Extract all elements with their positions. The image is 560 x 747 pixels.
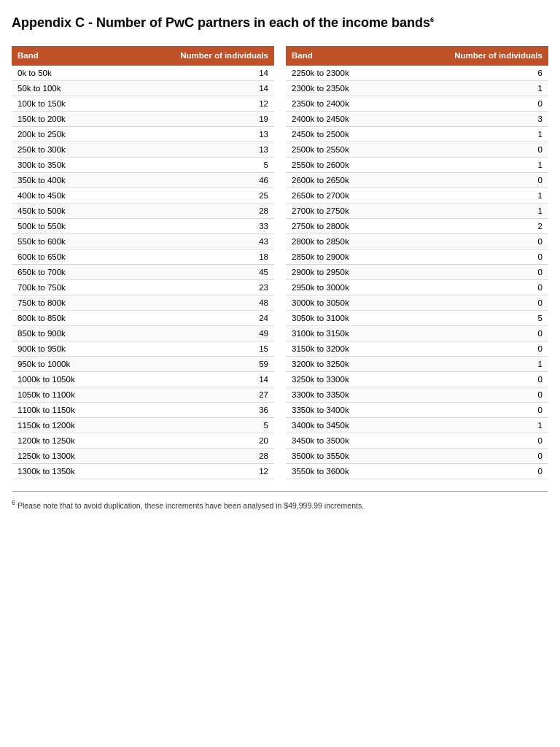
band-cell: 3350k to 3400k xyxy=(286,403,393,418)
table-row: 650k to 700k45 xyxy=(12,265,274,280)
footnote-section: 6 Please note that to avoid duplication,… xyxy=(12,491,548,510)
band-cell: 3050k to 3100k xyxy=(286,311,393,326)
band-cell: 2300k to 2350k xyxy=(286,81,393,96)
right-table-section: Band Number of individuals 2250k to 2300… xyxy=(286,46,548,479)
individuals-cell: 6 xyxy=(393,66,548,81)
band-cell: 3150k to 3200k xyxy=(286,341,393,357)
individuals-cell: 1 xyxy=(393,158,548,173)
band-cell: 2400k to 2450k xyxy=(286,112,393,127)
individuals-cell: 28 xyxy=(119,449,274,464)
right-col-band-header: Band xyxy=(286,46,393,66)
table-row: 2500k to 2550k0 xyxy=(286,142,548,158)
individuals-cell: 14 xyxy=(119,372,274,387)
individuals-cell: 1 xyxy=(393,81,548,96)
band-cell: 2800k to 2850k xyxy=(286,234,393,249)
band-cell: 1200k to 1250k xyxy=(12,433,119,449)
individuals-cell: 45 xyxy=(119,265,274,280)
band-cell: 900k to 950k xyxy=(12,341,119,357)
band-cell: 1000k to 1050k xyxy=(12,372,119,387)
individuals-cell: 0 xyxy=(393,326,548,341)
band-cell: 3300k to 3350k xyxy=(286,387,393,403)
left-table-section: Band Number of individuals 0k to 50k1450… xyxy=(12,46,274,479)
table-row: 3550k to 3600k0 xyxy=(286,464,548,479)
table-row: 450k to 500k28 xyxy=(12,204,274,219)
individuals-cell: 1 xyxy=(393,188,548,204)
band-cell: 200k to 250k xyxy=(12,127,119,142)
individuals-cell: 13 xyxy=(119,127,274,142)
band-cell: 700k to 750k xyxy=(12,280,119,295)
band-cell: 2250k to 2300k xyxy=(286,66,393,81)
table-row: 3350k to 3400k0 xyxy=(286,403,548,418)
table-row: 3500k to 3550k0 xyxy=(286,449,548,464)
table-row: 1000k to 1050k14 xyxy=(12,372,274,387)
individuals-cell: 1 xyxy=(393,204,548,219)
band-cell: 3500k to 3550k xyxy=(286,449,393,464)
table-row: 50k to 100k14 xyxy=(12,81,274,96)
table-row: 3450k to 3500k0 xyxy=(286,433,548,449)
band-cell: 800k to 850k xyxy=(12,311,119,326)
right-table: Band Number of individuals 2250k to 2300… xyxy=(286,46,548,479)
table-row: 800k to 850k24 xyxy=(12,311,274,326)
table-row: 200k to 250k13 xyxy=(12,127,274,142)
page-title: Appendix C - Number of PwC partners in e… xyxy=(12,15,548,31)
band-cell: 750k to 800k xyxy=(12,295,119,311)
individuals-cell: 46 xyxy=(119,173,274,188)
individuals-cell: 33 xyxy=(119,219,274,234)
individuals-cell: 3 xyxy=(393,112,548,127)
individuals-cell: 49 xyxy=(119,326,274,341)
table-row: 2900k to 2950k0 xyxy=(286,265,548,280)
band-cell: 2650k to 2700k xyxy=(286,188,393,204)
table-row: 2250k to 2300k6 xyxy=(286,66,548,81)
band-cell: 600k to 650k xyxy=(12,249,119,265)
table-row: 3200k to 3250k1 xyxy=(286,357,548,372)
table-row: 1150k to 1200k5 xyxy=(12,418,274,433)
individuals-cell: 59 xyxy=(119,357,274,372)
individuals-cell: 15 xyxy=(119,341,274,357)
individuals-cell: 12 xyxy=(119,464,274,479)
footnote-text: 6 Please note that to avoid duplication,… xyxy=(12,499,548,510)
table-row: 700k to 750k23 xyxy=(12,280,274,295)
right-col-individuals-header: Number of individuals xyxy=(393,46,548,66)
band-cell: 2550k to 2600k xyxy=(286,158,393,173)
table-row: 550k to 600k43 xyxy=(12,234,274,249)
individuals-cell: 0 xyxy=(393,249,548,265)
band-cell: 2950k to 3000k xyxy=(286,280,393,295)
table-row: 950k to 1000k59 xyxy=(12,357,274,372)
band-cell: 1050k to 1100k xyxy=(12,387,119,403)
table-row: 0k to 50k14 xyxy=(12,66,274,81)
table-row: 2450k to 2500k1 xyxy=(286,127,548,142)
table-row: 2600k to 2650k0 xyxy=(286,173,548,188)
table-row: 1050k to 1100k27 xyxy=(12,387,274,403)
left-col-band-header: Band xyxy=(12,46,119,66)
individuals-cell: 23 xyxy=(119,280,274,295)
individuals-cell: 0 xyxy=(393,387,548,403)
individuals-cell: 0 xyxy=(393,449,548,464)
table-row: 100k to 150k12 xyxy=(12,96,274,112)
band-cell: 3450k to 3500k xyxy=(286,433,393,449)
individuals-cell: 0 xyxy=(393,372,548,387)
table-row: 2700k to 2750k1 xyxy=(286,204,548,219)
individuals-cell: 27 xyxy=(119,387,274,403)
table-row: 2950k to 3000k0 xyxy=(286,280,548,295)
band-cell: 3550k to 3600k xyxy=(286,464,393,479)
left-table: Band Number of individuals 0k to 50k1450… xyxy=(12,46,274,479)
individuals-cell: 13 xyxy=(119,142,274,158)
table-row: 1200k to 1250k20 xyxy=(12,433,274,449)
individuals-cell: 0 xyxy=(393,96,548,112)
individuals-cell: 0 xyxy=(393,234,548,249)
band-cell: 2900k to 2950k xyxy=(286,265,393,280)
table-row: 3100k to 3150k0 xyxy=(286,326,548,341)
band-cell: 300k to 350k xyxy=(12,158,119,173)
table-row: 2300k to 2350k1 xyxy=(286,81,548,96)
individuals-cell: 0 xyxy=(393,403,548,418)
individuals-cell: 1 xyxy=(393,127,548,142)
table-row: 3300k to 3350k0 xyxy=(286,387,548,403)
individuals-cell: 0 xyxy=(393,464,548,479)
table-row: 3000k to 3050k0 xyxy=(286,295,548,311)
table-row: 400k to 450k25 xyxy=(12,188,274,204)
table-row: 2650k to 2700k1 xyxy=(286,188,548,204)
individuals-cell: 14 xyxy=(119,81,274,96)
band-cell: 2500k to 2550k xyxy=(286,142,393,158)
band-cell: 1150k to 1200k xyxy=(12,418,119,433)
table-row: 3400k to 3450k1 xyxy=(286,418,548,433)
